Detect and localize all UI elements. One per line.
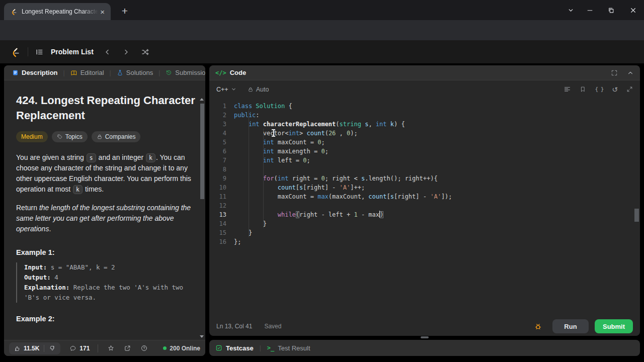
- tab-submissions[interactable]: Submissions: [164, 69, 205, 76]
- external-link-icon: [124, 344, 131, 352]
- description-scrollbar[interactable]: [199, 81, 205, 340]
- code-line[interactable]: 15 }: [209, 228, 635, 237]
- code-line[interactable]: 3 int characterReplacement(string s, int…: [209, 120, 635, 129]
- fullscreen-icon[interactable]: [611, 69, 618, 76]
- leetcode-logo[interactable]: [10, 47, 21, 57]
- example2-heading: Example 2:: [16, 315, 195, 323]
- code-panel-header: </> Code: [209, 65, 640, 80]
- chevron-down-icon: [231, 86, 236, 92]
- line-number: 11: [209, 192, 226, 201]
- browser-window: Longest Repeating Character R × + ↻: [0, 0, 644, 362]
- tab-testcase[interactable]: Testcase: [215, 344, 254, 352]
- line-content: }: [234, 228, 252, 237]
- scroll-down-arrow[interactable]: [200, 335, 204, 338]
- line-number: 3: [209, 120, 226, 129]
- tag-icon: [57, 134, 63, 140]
- maximize-editor-icon[interactable]: [626, 86, 633, 93]
- tab-title: Longest Repeating Character R: [22, 8, 98, 15]
- debugger-icon[interactable]: [534, 322, 542, 331]
- language-selector[interactable]: C++: [216, 86, 236, 93]
- shuffle-icon[interactable]: [141, 48, 149, 56]
- close-window-button[interactable]: [622, 0, 644, 20]
- code-line[interactable]: 16};: [209, 237, 635, 246]
- help-button[interactable]: [140, 344, 148, 352]
- tab-test-result[interactable]: >_ Test Result: [267, 344, 310, 352]
- browser-tab-strip: Longest Repeating Character R × +: [0, 0, 644, 20]
- problem-list-icon[interactable]: [35, 48, 44, 56]
- code-line[interactable]: 7 int left = 0;: [209, 156, 635, 165]
- like-button[interactable]: 11.5K: [9, 342, 44, 354]
- code-chip-k: k: [146, 153, 155, 162]
- code-panel: </> Code C++: [209, 65, 640, 336]
- tab-close-icon[interactable]: ×: [98, 8, 107, 16]
- code-line[interactable]: 10 count[s[right] - 'A']++;: [209, 183, 635, 192]
- tab-editorial[interactable]: Editorial: [68, 69, 106, 76]
- code-chip-k: k: [73, 185, 83, 194]
- code-line[interactable]: 8: [209, 165, 635, 174]
- line-number: 6: [209, 147, 226, 156]
- code-panel-title: Code: [230, 69, 247, 76]
- address-bar: ↻ leetcode.com/problems/longest-repeatin…: [0, 20, 644, 40]
- comments-button[interactable]: 171: [69, 345, 90, 352]
- tab-solutions[interactable]: Solutions: [115, 69, 155, 76]
- run-button[interactable]: Run: [552, 319, 589, 333]
- line-number: 7: [209, 156, 226, 165]
- code-line[interactable]: 2public:: [209, 111, 635, 120]
- line-content: int left = 0;: [234, 156, 310, 165]
- description-footer: 11.5K 171: [4, 340, 205, 356]
- shortcuts-braces-icon[interactable]: { }: [595, 86, 603, 93]
- next-problem-icon[interactable]: [122, 48, 130, 56]
- bookmark-code-icon[interactable]: [580, 86, 586, 93]
- problem-description: 424. Longest Repeating Character Replace…: [4, 81, 198, 340]
- code-line[interactable]: 12: [209, 201, 635, 210]
- prev-problem-icon[interactable]: [104, 48, 111, 56]
- scrollbar-thumb[interactable]: [200, 104, 204, 199]
- editor-scrollbar-thumb[interactable]: [634, 209, 639, 222]
- code-line[interactable]: 1class Solution {: [209, 102, 635, 111]
- maximize-button[interactable]: [600, 0, 622, 20]
- lock-icon: [97, 134, 103, 140]
- autosave-indicator[interactable]: Auto: [248, 86, 269, 93]
- new-tab-button[interactable]: +: [118, 4, 132, 18]
- minimize-button[interactable]: [579, 0, 601, 20]
- submit-button[interactable]: Submit: [595, 319, 633, 333]
- editorial-book-icon: [70, 69, 77, 76]
- line-content: };: [234, 237, 241, 246]
- description-panel-tabs: Description | Editorial | Solutions |: [4, 65, 205, 80]
- testcase-panel: Testcase | >_ Test Result: [209, 340, 640, 356]
- line-content: public:: [234, 111, 260, 120]
- star-icon: [107, 344, 115, 352]
- code-chip-s: s: [87, 153, 96, 162]
- line-content: maxCount = max(maxCount, count[s[right] …: [234, 192, 452, 201]
- code-line[interactable]: 9 for(int right = 0; right < s.length();…: [209, 174, 635, 183]
- example1-heading: Example 1:: [16, 248, 195, 256]
- panel-resize-handle[interactable]: [421, 336, 429, 338]
- online-count: 200 Online: [163, 345, 200, 352]
- code-line[interactable]: 14 }: [209, 219, 635, 228]
- browser-tab[interactable]: Longest Repeating Character R ×: [4, 3, 111, 20]
- reset-code-icon[interactable]: ↺: [612, 86, 618, 93]
- tab-description[interactable]: Description: [10, 69, 60, 76]
- code-line[interactable]: 11 maxCount = max(maxCount, count[s[righ…: [209, 192, 635, 201]
- format-code-icon[interactable]: [564, 85, 571, 93]
- testcase-check-icon: [215, 344, 222, 351]
- companies-pill[interactable]: Companies: [92, 131, 141, 142]
- collapse-panel-icon[interactable]: [627, 69, 634, 76]
- problem-list-label[interactable]: Problem List: [51, 48, 94, 56]
- scroll-up-arrow[interactable]: [200, 98, 204, 101]
- favorite-button[interactable]: [107, 344, 115, 352]
- divider: |: [158, 69, 160, 76]
- topics-pill[interactable]: Topics: [52, 131, 88, 142]
- line-content: int characterReplacement(string s, int k…: [234, 120, 405, 129]
- code-line[interactable]: 6 int maxLength = 0;: [209, 147, 635, 156]
- code-line[interactable]: 13 while(right - left + 1 - max): [209, 210, 635, 219]
- share-problem-button[interactable]: [124, 344, 131, 352]
- problem-statement: You are given a string s and an integer …: [16, 152, 195, 195]
- divider: |: [260, 344, 261, 351]
- difficulty-badge[interactable]: Medium: [16, 131, 48, 142]
- code-line[interactable]: 5 int maxCount = 0;: [209, 138, 635, 147]
- dislike-button[interactable]: [44, 342, 60, 354]
- line-number: 1: [209, 102, 226, 111]
- line-number: 14: [209, 219, 226, 228]
- online-dot: [163, 346, 167, 350]
